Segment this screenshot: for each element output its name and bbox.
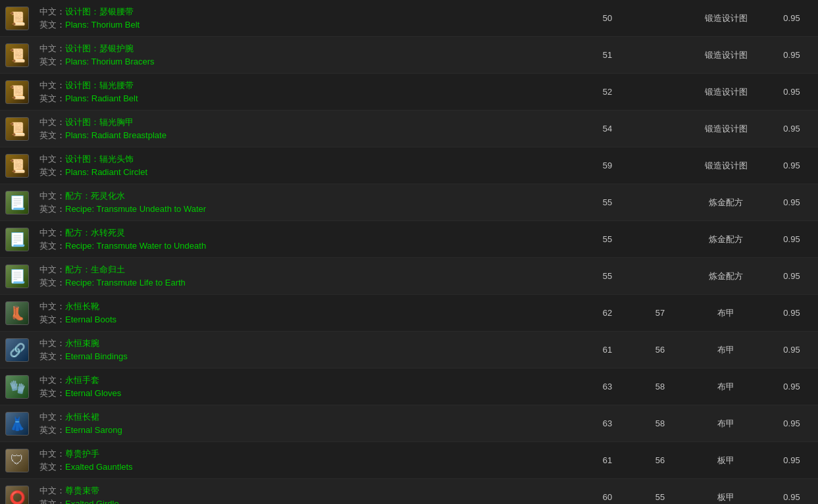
col-type-4: 锻造设计图 — [686, 123, 765, 135]
table-row-1[interactable]: 📜 中文：设计图：瑟银腰带 英文：Plans: Thorium Belt 50 … — [0, 0, 818, 37]
item-icon-5: 📜 — [5, 154, 29, 178]
name-en-label-1: 英文： — [39, 20, 65, 30]
name-zh-12: 中文：永恒长裙 — [39, 411, 576, 424]
col-level1-4: 54 — [581, 124, 634, 134]
name-zh-label-6: 中文： — [39, 191, 65, 201]
col-level1-11: 63 — [581, 382, 634, 391]
name-zh-13: 中文：尊贵护手 — [39, 447, 576, 461]
item-icon-7: 📃 — [5, 228, 29, 251]
col-level2-12: 58 — [634, 418, 686, 428]
col-value-7: 0.95 — [765, 234, 818, 244]
col-level1-1: 50 — [581, 13, 634, 23]
name-en-label-10: 英文： — [39, 351, 65, 361]
col-type-7: 炼金配方 — [686, 234, 765, 245]
col-level1-12: 63 — [581, 418, 634, 428]
col-name-11: 中文：永恒手套 英文：Eternal Gloves — [34, 371, 581, 402]
table-row-5[interactable]: 📜 中文：设计图：辐光头饰 英文：Plans: Radiant Circlet … — [0, 147, 818, 184]
item-icon-3: 📜 — [5, 80, 29, 104]
name-en-3: 英文：Plans: Radiant Belt — [39, 92, 576, 105]
item-icon-6: 📃 — [5, 191, 29, 214]
col-name-6: 中文：配方：死灵化水 英文：Recipe: Transmute Undeath … — [34, 187, 581, 218]
col-type-11: 布甲 — [686, 381, 765, 393]
col-value-1: 0.95 — [765, 13, 818, 23]
col-level1-2: 51 — [581, 50, 634, 60]
col-value-4: 0.95 — [765, 124, 818, 134]
table-row-3[interactable]: 📜 中文：设计图：辐光腰带 英文：Plans: Radiant Belt 52 … — [0, 74, 818, 111]
col-name-12: 中文：永恒长裙 英文：Eternal Sarong — [34, 408, 581, 439]
name-zh-label-5: 中文： — [39, 154, 65, 164]
name-en-label-2: 英文： — [39, 57, 65, 66]
col-value-13: 0.95 — [765, 455, 818, 465]
col-level2-11: 58 — [634, 382, 686, 391]
col-value-10: 0.95 — [765, 345, 818, 355]
col-icon-12: 👗 — [0, 412, 34, 436]
name-en-label-7: 英文： — [39, 241, 65, 251]
col-type-12: 布甲 — [686, 418, 765, 430]
name-en-label-3: 英文： — [39, 93, 65, 103]
item-icon-13: 🛡 — [5, 449, 29, 472]
name-en-8: 英文：Recipe: Transmute Life to Earth — [39, 276, 576, 290]
name-zh-6: 中文：配方：死灵化水 — [39, 189, 576, 203]
name-en-11: 英文：Eternal Gloves — [39, 387, 576, 400]
col-name-10: 中文：永恒束腕 英文：Eternal Bindings — [34, 334, 581, 365]
col-icon-10: 🔗 — [0, 338, 34, 362]
table-row-11[interactable]: 🧤 中文：永恒手套 英文：Eternal Gloves 63 58 布甲 0.9… — [0, 368, 818, 405]
name-zh-14: 中文：尊贵束带 — [39, 484, 576, 497]
col-type-1: 锻造设计图 — [686, 13, 765, 24]
name-zh-11: 中文：永恒手套 — [39, 374, 576, 387]
col-type-14: 板甲 — [686, 491, 765, 503]
col-icon-4: 📜 — [0, 117, 34, 141]
name-zh-label-3: 中文： — [39, 80, 65, 90]
col-name-13: 中文：尊贵护手 英文：Exalted Gauntlets — [34, 445, 581, 476]
name-zh-label-8: 中文： — [39, 265, 65, 274]
col-icon-3: 📜 — [0, 80, 34, 104]
item-icon-14: ⭕ — [5, 486, 29, 505]
col-name-3: 中文：设计图：辐光腰带 英文：Plans: Radiant Belt — [34, 76, 581, 107]
col-value-5: 0.95 — [765, 161, 818, 170]
table-row-12[interactable]: 👗 中文：永恒长裙 英文：Eternal Sarong 63 58 布甲 0.9… — [0, 405, 818, 442]
table-row-8[interactable]: 📃 中文：配方：生命归土 英文：Recipe: Transmute Life t… — [0, 258, 818, 295]
name-en-label-14: 英文： — [39, 499, 65, 505]
col-level2-14: 55 — [634, 492, 686, 502]
name-en-7: 英文：Recipe: Transmute Water to Undeath — [39, 239, 576, 253]
name-zh-label-11: 中文： — [39, 375, 65, 385]
name-zh-label-12: 中文： — [39, 412, 65, 422]
table-row-9[interactable]: 👢 中文：永恒长靴 英文：Eternal Boots 62 57 布甲 0.95 — [0, 295, 818, 332]
item-icon-1: 📜 — [5, 7, 29, 30]
name-zh-label-7: 中文： — [39, 228, 65, 238]
name-en-1: 英文：Plans: Thorium Belt — [39, 18, 576, 32]
table-row-7[interactable]: 📃 中文：配方：水转死灵 英文：Recipe: Transmute Water … — [0, 221, 818, 258]
col-icon-14: ⭕ — [0, 486, 34, 505]
name-en-2: 英文：Plans: Thorium Bracers — [39, 55, 576, 68]
name-zh-label-14: 中文： — [39, 486, 65, 495]
col-name-7: 中文：配方：水转死灵 英文：Recipe: Transmute Water to… — [34, 224, 581, 255]
col-value-14: 0.95 — [765, 492, 818, 502]
col-icon-2: 📜 — [0, 43, 34, 67]
col-type-9: 布甲 — [686, 307, 765, 319]
col-level1-9: 62 — [581, 308, 634, 318]
col-level1-13: 61 — [581, 455, 634, 465]
col-type-5: 锻造设计图 — [686, 160, 765, 172]
col-type-13: 板甲 — [686, 455, 765, 466]
col-icon-6: 📃 — [0, 191, 34, 214]
col-level1-8: 55 — [581, 271, 634, 281]
table-row-2[interactable]: 📜 中文：设计图：瑟银护腕 英文：Plans: Thorium Bracers … — [0, 37, 818, 74]
name-en-label-9: 英文： — [39, 315, 65, 324]
name-en-label-8: 英文： — [39, 278, 65, 288]
col-name-8: 中文：配方：生命归土 英文：Recipe: Transmute Life to … — [34, 261, 581, 291]
main-table: 📜 中文：设计图：瑟银腰带 英文：Plans: Thorium Belt 50 … — [0, 0, 818, 504]
col-icon-1: 📜 — [0, 7, 34, 30]
col-icon-11: 🧤 — [0, 375, 34, 399]
name-en-label-13: 英文： — [39, 462, 65, 472]
name-zh-label-13: 中文： — [39, 449, 65, 459]
table-row-14[interactable]: ⭕ 中文：尊贵束带 英文：Exalted Girdle 60 55 板甲 0.9… — [0, 479, 818, 504]
table-row-10[interactable]: 🔗 中文：永恒束腕 英文：Eternal Bindings 61 56 布甲 0… — [0, 332, 818, 368]
name-zh-4: 中文：设计图：辐光胸甲 — [39, 116, 576, 129]
name-zh-10: 中文：永恒束腕 — [39, 337, 576, 350]
name-zh-label-1: 中文： — [39, 7, 65, 16]
table-row-6[interactable]: 📃 中文：配方：死灵化水 英文：Recipe: Transmute Undeat… — [0, 184, 818, 221]
item-icon-4: 📜 — [5, 117, 29, 141]
table-row-4[interactable]: 📜 中文：设计图：辐光胸甲 英文：Plans: Radiant Breastpl… — [0, 111, 818, 147]
col-name-14: 中文：尊贵束带 英文：Exalted Girdle — [34, 482, 581, 504]
table-row-13[interactable]: 🛡 中文：尊贵护手 英文：Exalted Gauntlets 61 56 板甲 … — [0, 442, 818, 479]
